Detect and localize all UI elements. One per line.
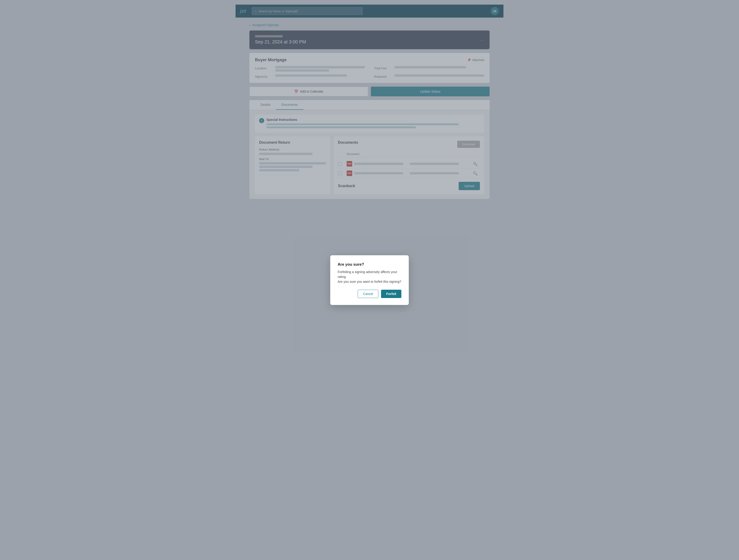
modal-overlay: Are you sure? Forfeiting a signing adver… (0, 0, 739, 560)
modal-title: Are you sure? (338, 262, 401, 267)
cancel-button[interactable]: Cancel (358, 290, 379, 298)
confirmation-dialog: Are you sure? Forfeiting a signing adver… (330, 255, 409, 305)
forfeit-button[interactable]: Forfeit (381, 290, 401, 298)
modal-actions: Cancel Forfeit (338, 290, 401, 298)
modal-body: Forfeiting a signing adversely affects y… (338, 270, 401, 284)
